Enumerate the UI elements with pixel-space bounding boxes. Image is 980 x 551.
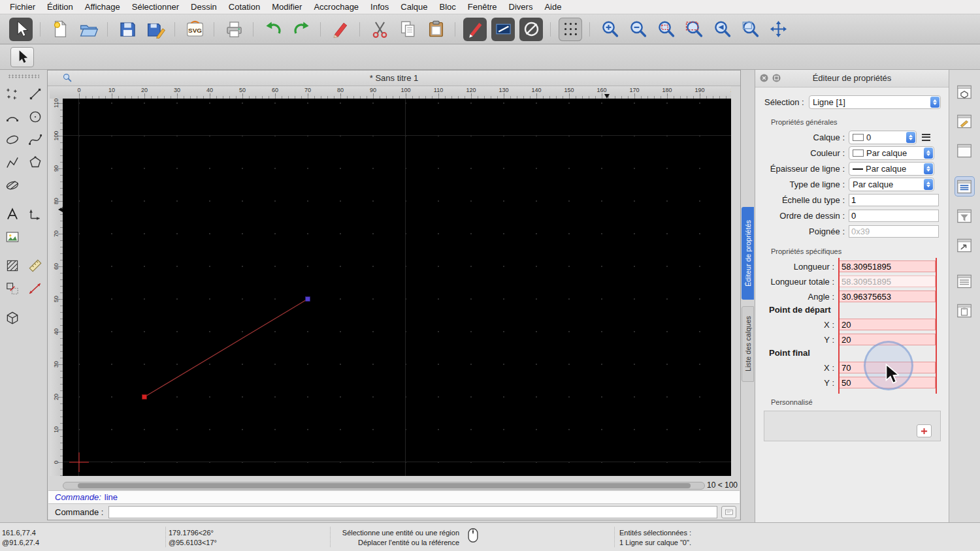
block-edit-tool[interactable] — [1, 277, 24, 300]
length-field[interactable] — [839, 260, 936, 272]
previous-view-button[interactable] — [710, 18, 734, 41]
polyline-tool[interactable] — [1, 151, 24, 174]
copy-button[interactable] — [396, 18, 419, 41]
selection-combobox[interactable]: Ligne [1] — [809, 95, 941, 109]
end-grip[interactable] — [306, 297, 310, 302]
layer-combobox[interactable]: 0 — [849, 131, 917, 144]
filter-panel-icon[interactable] — [955, 206, 975, 226]
selected-line-entity[interactable] — [144, 299, 308, 397]
region-tool[interactable] — [1, 174, 24, 197]
pan-button[interactable] — [766, 18, 790, 41]
layer-label: Calque : — [755, 133, 849, 142]
menu-infos[interactable]: Infos — [365, 0, 395, 14]
v-ruler-number: 70 — [52, 227, 61, 240]
grid-zoom-readout: 10 < 100 — [700, 480, 738, 490]
attributes-button[interactable] — [491, 18, 515, 41]
menu-modifier[interactable]: Modifier — [266, 0, 308, 14]
menu-divers[interactable]: Divers — [503, 0, 539, 14]
delete-button[interactable] — [329, 18, 352, 41]
ellipse-tool[interactable] — [1, 128, 24, 151]
palette-drag-handle[interactable] — [8, 74, 39, 78]
zoom-window-button[interactable] — [738, 18, 762, 41]
auto-zoom-button[interactable] — [654, 18, 678, 41]
draw-order-field[interactable] — [849, 210, 939, 222]
viewport-panel-icon[interactable] — [955, 82, 975, 102]
drawing-canvas[interactable] — [63, 99, 731, 476]
svg-export-button[interactable]: SVG — [183, 18, 206, 41]
clipboard-panel-icon[interactable] — [955, 300, 975, 321]
layer-value: 0 — [866, 133, 906, 142]
end-y-field[interactable] — [839, 377, 936, 388]
arc-tool[interactable] — [1, 105, 24, 128]
undo-button[interactable] — [261, 18, 285, 41]
angle-field[interactable] — [839, 291, 936, 302]
dimension-tool[interactable] — [24, 202, 46, 225]
lineweight-combobox[interactable]: Par calque — [849, 162, 934, 176]
add-custom-property-button[interactable] — [917, 424, 932, 437]
rows-panel-icon[interactable] — [955, 271, 975, 291]
ruler-corner — [50, 86, 63, 99]
menu-dessin[interactable]: Dessin — [185, 0, 223, 14]
reference-panel-icon[interactable] — [955, 235, 975, 255]
cut-button[interactable] — [368, 18, 391, 41]
scrollbar-thumb[interactable] — [78, 483, 691, 488]
horizontal-scrollbar[interactable] — [63, 482, 705, 490]
zoom-selection-button[interactable] — [682, 18, 706, 41]
menu-fenetre[interactable]: Fenêtre — [462, 0, 503, 14]
property-pen-button[interactable] — [463, 18, 487, 41]
start-grip[interactable] — [142, 395, 147, 400]
measure-tool[interactable] — [24, 277, 46, 300]
menu-edition[interactable]: Édition — [41, 0, 79, 14]
menu-fichier[interactable]: Fichier — [4, 0, 41, 14]
grid-toggle-button[interactable] — [559, 18, 582, 41]
edit-panel-icon[interactable] — [955, 111, 975, 131]
layer-options-menu-button[interactable] — [919, 132, 933, 144]
handle-label: Poignée : — [755, 227, 849, 236]
redo-button[interactable] — [289, 18, 313, 41]
new-file-button[interactable] — [48, 18, 72, 41]
save-as-button[interactable] — [144, 18, 167, 41]
selection-mode-button[interactable] — [10, 47, 34, 67]
menu-selectionner[interactable]: Sélectionner — [126, 0, 185, 14]
point-tool[interactable] — [1, 82, 24, 105]
menu-accrochage[interactable]: Accrochage — [308, 0, 365, 14]
command-input[interactable] — [108, 506, 717, 518]
tab-property-editor[interactable]: Éditeur de propriétés — [742, 207, 754, 300]
document-title: * Sans titre 1 — [48, 71, 740, 86]
menu-aide[interactable]: Aide — [538, 0, 567, 14]
text-tool[interactable] — [1, 202, 24, 225]
zoom-in-button[interactable] — [598, 18, 621, 41]
save-button[interactable] — [116, 18, 139, 41]
open-file-button[interactable] — [76, 18, 100, 41]
spline-tool[interactable] — [24, 128, 46, 151]
combo-stepper-icon — [930, 97, 939, 108]
end-x-field[interactable] — [839, 362, 936, 373]
start-x-field[interactable] — [839, 319, 936, 330]
menu-bloc[interactable]: Bloc — [433, 0, 461, 14]
zoom-out-button[interactable] — [626, 18, 649, 41]
color-combobox[interactable]: Par calque — [849, 146, 934, 160]
toolbar-separator — [105, 20, 111, 39]
select-tool-button[interactable] — [9, 18, 33, 41]
hatch-tool[interactable] — [1, 254, 24, 277]
no-linetype-button[interactable] — [519, 18, 543, 41]
menu-calque[interactable]: Calque — [395, 0, 433, 14]
property-list-panel-icon[interactable] — [955, 176, 975, 197]
linetype-combobox[interactable]: Par calque — [849, 178, 934, 191]
menu-affichage[interactable]: Affichage — [79, 0, 126, 14]
blank-panel-icon[interactable] — [955, 140, 975, 161]
menu-cotation[interactable]: Cotation — [223, 0, 266, 14]
tab-layer-list[interactable]: Liste des calques — [742, 306, 754, 382]
command-options-button[interactable] — [721, 506, 736, 518]
polygon-tool[interactable] — [24, 151, 46, 174]
image-tool[interactable] — [1, 225, 24, 248]
paste-button[interactable] — [424, 18, 448, 41]
ruler-tool[interactable] — [24, 254, 46, 277]
linetype-scale-field[interactable] — [849, 194, 939, 206]
start-y-field[interactable] — [839, 334, 936, 345]
command-history: Commande: line — [48, 490, 740, 503]
solid-tool[interactable] — [1, 306, 24, 328]
circle-tool[interactable] — [24, 105, 46, 128]
line-tool[interactable] — [24, 82, 46, 105]
print-preview-button[interactable] — [222, 18, 246, 41]
